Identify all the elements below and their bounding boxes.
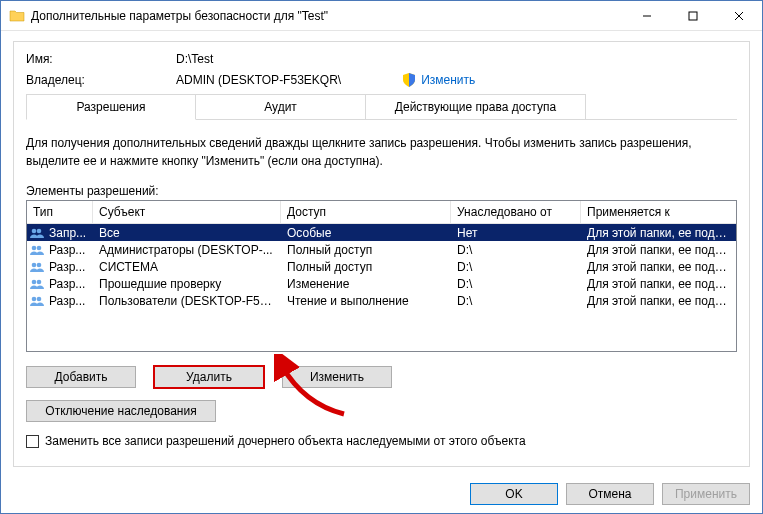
svg-point-13 bbox=[37, 296, 42, 301]
cell-type: Запр... bbox=[27, 226, 93, 240]
svg-point-6 bbox=[32, 245, 37, 250]
replace-child-entries-row: Заменить все записи разрешений дочернего… bbox=[26, 434, 737, 448]
owner-value: ADMIN (DESKTOP-F53EKQR\ bbox=[176, 73, 341, 87]
table-row[interactable]: Разр...СИСТЕМАПолный доступD:\Для этой п… bbox=[27, 258, 736, 275]
table-body: Запр...ВсеОсобыеНетДля этой папки, ее по… bbox=[27, 224, 736, 309]
dialog-buttons: OK Отмена Применить bbox=[470, 483, 750, 505]
action-button-row: Добавить Удалить Изменить bbox=[26, 366, 737, 388]
name-row: Имя: D:\Test bbox=[26, 52, 737, 66]
cell-inherited-from: D:\ bbox=[451, 243, 581, 257]
tab-effective-access[interactable]: Действующие права доступа bbox=[366, 94, 586, 120]
cell-applies-to: Для этой папки, ее подпапок ... bbox=[581, 277, 736, 291]
cell-inherited-from: D:\ bbox=[451, 260, 581, 274]
cancel-button[interactable]: Отмена bbox=[566, 483, 654, 505]
svg-point-9 bbox=[37, 262, 42, 267]
window-title: Дополнительные параметры безопасности дл… bbox=[31, 9, 624, 23]
cell-applies-to: Для этой папки, ее подпапок ... bbox=[581, 294, 736, 308]
cell-inherited-from: Нет bbox=[451, 226, 581, 240]
replace-child-entries-checkbox[interactable] bbox=[26, 435, 39, 448]
table-row[interactable]: Разр...Прошедшие проверкуИзменениеD:\Для… bbox=[27, 275, 736, 292]
permissions-table: Тип Субъект Доступ Унаследовано от Приме… bbox=[26, 200, 737, 352]
table-header: Тип Субъект Доступ Унаследовано от Приме… bbox=[27, 201, 736, 224]
ok-button[interactable]: OK bbox=[470, 483, 558, 505]
col-subject[interactable]: Субъект bbox=[93, 201, 281, 223]
svg-point-4 bbox=[32, 228, 37, 233]
svg-point-11 bbox=[37, 279, 42, 284]
change-owner-link[interactable]: Изменить bbox=[401, 72, 475, 88]
table-row[interactable]: Запр...ВсеОсобыеНетДля этой папки, ее по… bbox=[27, 224, 736, 241]
disable-inheritance-button[interactable]: Отключение наследования bbox=[26, 400, 216, 422]
col-access[interactable]: Доступ bbox=[281, 201, 451, 223]
cell-applies-to: Для этой папки, ее подпапок ... bbox=[581, 260, 736, 274]
cell-subject: Прошедшие проверку bbox=[93, 277, 281, 291]
col-inherited-from[interactable]: Унаследовано от bbox=[451, 201, 581, 223]
maximize-button[interactable] bbox=[670, 1, 716, 31]
svg-rect-1 bbox=[689, 12, 697, 20]
help-text: Для получения дополнительных сведений дв… bbox=[26, 134, 737, 170]
replace-child-entries-label: Заменить все записи разрешений дочернего… bbox=[45, 434, 526, 448]
shield-icon bbox=[401, 72, 417, 88]
svg-point-5 bbox=[37, 228, 42, 233]
cell-access: Изменение bbox=[281, 277, 451, 291]
add-button[interactable]: Добавить bbox=[26, 366, 136, 388]
permission-entries-label: Элементы разрешений: bbox=[26, 184, 737, 198]
cell-type: Разр... bbox=[27, 243, 93, 257]
remove-button[interactable]: Удалить bbox=[154, 366, 264, 388]
content-area: Имя: D:\Test Владелец: ADMIN (DESKTOP-F5… bbox=[1, 31, 762, 467]
table-row[interactable]: Разр...Администраторы (DESKTOP-...Полный… bbox=[27, 241, 736, 258]
minimize-button[interactable] bbox=[624, 1, 670, 31]
tab-strip: Разрешения Аудит Действующие права досту… bbox=[26, 94, 737, 120]
svg-point-7 bbox=[37, 245, 42, 250]
cell-subject: СИСТЕМА bbox=[93, 260, 281, 274]
cell-type: Разр... bbox=[27, 277, 93, 291]
cell-type: Разр... bbox=[27, 260, 93, 274]
owner-label: Владелец: bbox=[26, 73, 176, 87]
inner-panel: Имя: D:\Test Владелец: ADMIN (DESKTOP-F5… bbox=[13, 41, 750, 467]
tab-audit[interactable]: Аудит bbox=[196, 94, 366, 120]
edit-button[interactable]: Изменить bbox=[282, 366, 392, 388]
titlebar: Дополнительные параметры безопасности дл… bbox=[1, 1, 762, 31]
advanced-security-window: Дополнительные параметры безопасности дл… bbox=[0, 0, 763, 514]
name-value: D:\Test bbox=[176, 52, 737, 66]
svg-point-8 bbox=[32, 262, 37, 267]
cell-inherited-from: D:\ bbox=[451, 277, 581, 291]
cell-access: Полный доступ bbox=[281, 260, 451, 274]
name-label: Имя: bbox=[26, 52, 176, 66]
svg-point-10 bbox=[32, 279, 37, 284]
folder-icon bbox=[9, 8, 25, 24]
owner-row: Владелец: ADMIN (DESKTOP-F53EKQR\ Измени… bbox=[26, 72, 737, 88]
cell-subject: Пользователи (DESKTOP-F53... bbox=[93, 294, 281, 308]
cell-type: Разр... bbox=[27, 294, 93, 308]
cell-access: Полный доступ bbox=[281, 243, 451, 257]
cell-subject: Администраторы (DESKTOP-... bbox=[93, 243, 281, 257]
cell-applies-to: Для этой папки, ее подпапок ... bbox=[581, 243, 736, 257]
col-type[interactable]: Тип bbox=[27, 201, 93, 223]
cell-access: Особые bbox=[281, 226, 451, 240]
cell-access: Чтение и выполнение bbox=[281, 294, 451, 308]
table-row[interactable]: Разр...Пользователи (DESKTOP-F53...Чтени… bbox=[27, 292, 736, 309]
col-applies-to[interactable]: Применяется к bbox=[581, 201, 736, 223]
cell-subject: Все bbox=[93, 226, 281, 240]
apply-button[interactable]: Применить bbox=[662, 483, 750, 505]
cell-inherited-from: D:\ bbox=[451, 294, 581, 308]
change-link-text: Изменить bbox=[421, 73, 475, 87]
tab-permissions[interactable]: Разрешения bbox=[26, 94, 196, 120]
close-button[interactable] bbox=[716, 1, 762, 31]
svg-point-12 bbox=[32, 296, 37, 301]
cell-applies-to: Для этой папки, ее подпапок ... bbox=[581, 226, 736, 240]
